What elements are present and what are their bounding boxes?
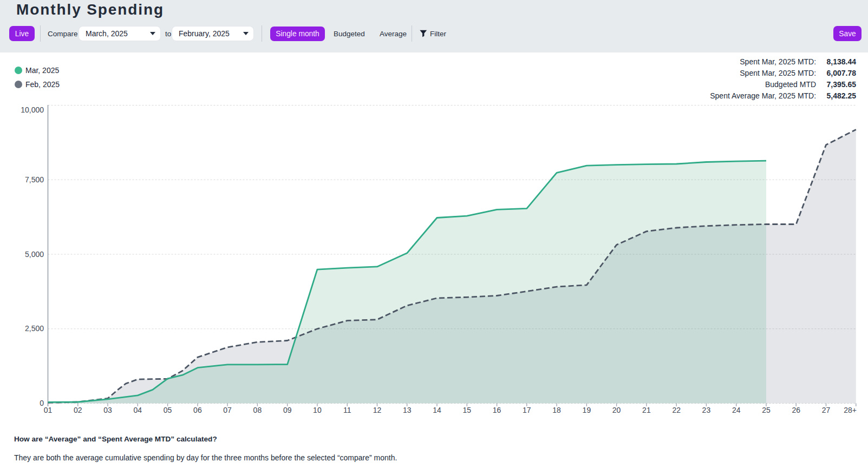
svg-text:10,000: 10,000 [21, 105, 44, 114]
svg-text:23: 23 [702, 406, 711, 414]
svg-text:10: 10 [313, 406, 322, 414]
svg-text:26: 26 [792, 406, 800, 414]
svg-text:13: 13 [403, 406, 412, 414]
svg-text:18: 18 [552, 406, 561, 414]
svg-text:20: 20 [612, 406, 621, 414]
svg-text:27: 27 [822, 406, 831, 414]
svg-text:21: 21 [642, 406, 651, 414]
svg-text:22: 22 [672, 406, 681, 414]
svg-text:11: 11 [343, 406, 351, 414]
svg-text:08: 08 [253, 406, 262, 414]
svg-text:17: 17 [523, 406, 531, 414]
svg-text:04: 04 [134, 406, 142, 414]
svg-text:15: 15 [463, 406, 472, 414]
svg-text:12: 12 [373, 406, 382, 414]
svg-text:24: 24 [732, 406, 741, 414]
svg-text:06: 06 [193, 406, 202, 414]
svg-text:28+: 28+ [844, 406, 857, 414]
svg-text:05: 05 [164, 406, 172, 414]
svg-text:25: 25 [762, 406, 771, 414]
svg-text:16: 16 [493, 406, 501, 414]
svg-text:01: 01 [44, 406, 53, 414]
svg-text:5,000: 5,000 [25, 250, 44, 259]
svg-text:03: 03 [103, 406, 112, 414]
svg-text:09: 09 [283, 406, 292, 414]
svg-text:7,500: 7,500 [25, 175, 44, 184]
svg-text:19: 19 [583, 406, 591, 414]
svg-text:02: 02 [74, 406, 82, 414]
svg-text:2,500: 2,500 [25, 324, 44, 333]
svg-text:14: 14 [433, 406, 441, 414]
svg-text:07: 07 [223, 406, 232, 414]
